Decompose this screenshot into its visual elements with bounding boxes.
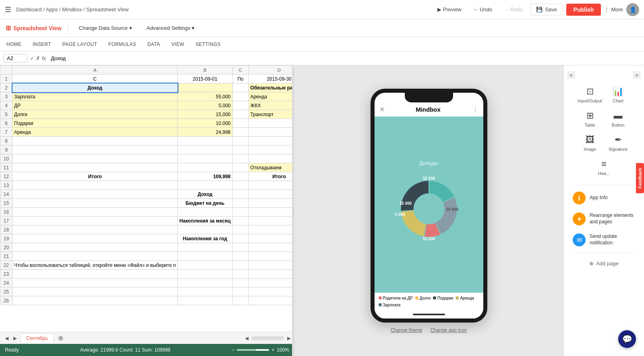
tool-image[interactable]: 🖼 Image bbox=[576, 131, 604, 155]
horizontal-scrollbar[interactable] bbox=[252, 336, 284, 340]
cell[interactable]: 109,998 bbox=[178, 172, 232, 181]
table-row[interactable]: 19Накопления за год197,9962015-09- bbox=[0, 234, 294, 243]
cell[interactable] bbox=[232, 234, 248, 243]
cell[interactable] bbox=[12, 243, 178, 252]
cell-reference-input[interactable] bbox=[3, 54, 27, 62]
cell[interactable] bbox=[232, 128, 248, 137]
cell[interactable]: Итого bbox=[248, 172, 294, 181]
cell[interactable] bbox=[12, 287, 178, 296]
cell[interactable]: Зарплата bbox=[12, 92, 178, 101]
redo-button[interactable]: → Redo bbox=[499, 4, 527, 15]
ribbon-data[interactable]: DATA bbox=[147, 40, 161, 49]
cell[interactable] bbox=[248, 225, 294, 234]
cell[interactable] bbox=[12, 199, 178, 208]
cell[interactable] bbox=[248, 146, 294, 154]
table-row[interactable]: 232015-09- bbox=[0, 270, 294, 279]
cell[interactable]: 55,000 bbox=[178, 92, 232, 101]
cell[interactable] bbox=[12, 154, 178, 163]
cell[interactable] bbox=[248, 243, 294, 252]
cell[interactable] bbox=[232, 199, 248, 208]
cell[interactable]: Обязательные расходы bbox=[248, 83, 294, 92]
cell[interactable] bbox=[248, 128, 294, 137]
cell[interactable] bbox=[178, 137, 232, 146]
cell[interactable] bbox=[178, 163, 232, 172]
table-row[interactable]: 2ДоходОбязательные расходы2015-09- bbox=[0, 83, 294, 92]
cell[interactable] bbox=[178, 225, 232, 234]
cell[interactable] bbox=[232, 252, 248, 261]
cell[interactable] bbox=[12, 137, 178, 146]
cell[interactable]: ЖКХ bbox=[248, 101, 294, 110]
hamburger-icon[interactable]: ☰ bbox=[5, 5, 11, 14]
sheet-tab-september[interactable]: Сентябрь bbox=[20, 333, 54, 343]
cell[interactable] bbox=[178, 270, 232, 279]
add-sheet-button[interactable]: ⊕ bbox=[56, 333, 66, 343]
cell[interactable] bbox=[232, 279, 248, 287]
cell[interactable] bbox=[248, 234, 294, 243]
cell[interactable]: С bbox=[12, 75, 178, 83]
cell[interactable] bbox=[178, 243, 232, 252]
tools-chevron-left[interactable]: « bbox=[567, 71, 575, 79]
advanced-settings-button[interactable]: Advanced Settings ▾ bbox=[143, 23, 199, 33]
cell[interactable]: Доход bbox=[178, 190, 232, 199]
table-row[interactable]: 202015-09- bbox=[0, 243, 294, 252]
table-row[interactable]: 4ДР5,000ЖКХ2,0002015-09- bbox=[0, 101, 294, 110]
chat-bubble-button[interactable]: 💬 bbox=[618, 330, 636, 348]
cell[interactable] bbox=[232, 154, 248, 163]
undo-button[interactable]: ← Undo bbox=[469, 4, 496, 15]
cell[interactable]: Накопления за месяц bbox=[178, 217, 232, 225]
cell[interactable] bbox=[178, 208, 232, 217]
cell[interactable] bbox=[232, 287, 248, 296]
ribbon-insert[interactable]: INSERT bbox=[32, 40, 52, 49]
table-row[interactable]: 82015-09- bbox=[0, 137, 294, 146]
cell[interactable] bbox=[232, 270, 248, 279]
scroll-left-icon[interactable]: ◀ bbox=[245, 335, 248, 341]
table-row[interactable]: 14Доход58,4982015-09- bbox=[0, 190, 294, 199]
cell[interactable]: 10,000 bbox=[178, 119, 232, 128]
cell[interactable] bbox=[232, 119, 248, 128]
formula-checkmark-icon[interactable]: ✓ bbox=[30, 55, 34, 61]
ribbon-view[interactable]: VIEW bbox=[171, 40, 185, 49]
ribbon-formulas[interactable]: FORMULAS bbox=[108, 40, 137, 49]
ribbon-page-layout[interactable]: PAGE LAYOUT bbox=[62, 40, 98, 49]
phone-menu-icon[interactable]: ⋮ bbox=[472, 106, 478, 113]
cell[interactable] bbox=[248, 190, 294, 199]
table-row[interactable]: 11Откладываем15%2015-09- bbox=[0, 163, 294, 172]
table-row[interactable]: 212015-09- bbox=[0, 252, 294, 261]
cell[interactable] bbox=[12, 270, 178, 279]
cell[interactable] bbox=[178, 252, 232, 261]
cell[interactable] bbox=[232, 261, 248, 270]
phone-close-button[interactable]: ✕ bbox=[379, 106, 385, 113]
cell[interactable] bbox=[232, 83, 248, 92]
table-row[interactable]: 3Зарплата55,000Аренда30,0002015-09- bbox=[0, 92, 294, 101]
table-row[interactable]: 5Долги15,000Транспорт3,0002015-09- bbox=[0, 110, 294, 119]
cell[interactable] bbox=[232, 137, 248, 146]
tools-chevron-right[interactable]: » bbox=[633, 71, 641, 79]
app-info-action[interactable]: ℹ App Info bbox=[569, 188, 639, 208]
cell[interactable] bbox=[232, 296, 248, 305]
cell[interactable] bbox=[232, 190, 248, 199]
table-row[interactable]: 242015-09- bbox=[0, 279, 294, 287]
formula-input[interactable] bbox=[48, 54, 641, 62]
tool-signature[interactable]: ✒ Signature bbox=[605, 131, 632, 155]
cell[interactable] bbox=[248, 252, 294, 261]
table-row[interactable]: 182015-09- bbox=[0, 225, 294, 234]
cell[interactable]: 24,998 bbox=[178, 128, 232, 137]
change-theme-link[interactable]: Change theme bbox=[391, 327, 422, 333]
zoom-minus-icon[interactable]: − bbox=[232, 347, 234, 353]
cell[interactable] bbox=[248, 279, 294, 287]
save-button[interactable]: 💾 Save bbox=[530, 4, 563, 15]
zoom-bar[interactable] bbox=[237, 349, 269, 351]
table-row[interactable]: 7Аренда24,9982015-09- bbox=[0, 128, 294, 137]
table-row[interactable]: 102015-09- bbox=[0, 154, 294, 163]
formula-cross-icon[interactable]: ✗ bbox=[36, 55, 40, 61]
cell[interactable] bbox=[232, 101, 248, 110]
cell[interactable] bbox=[232, 110, 248, 119]
cell[interactable] bbox=[12, 217, 178, 225]
scroll-right-icon[interactable]: ▶ bbox=[287, 335, 291, 341]
cell[interactable] bbox=[232, 146, 248, 154]
cell[interactable] bbox=[232, 92, 248, 101]
cell[interactable] bbox=[178, 181, 232, 190]
cell[interactable] bbox=[178, 261, 232, 270]
zoom-plus-icon[interactable]: + bbox=[271, 347, 274, 353]
cell[interactable] bbox=[248, 287, 294, 296]
